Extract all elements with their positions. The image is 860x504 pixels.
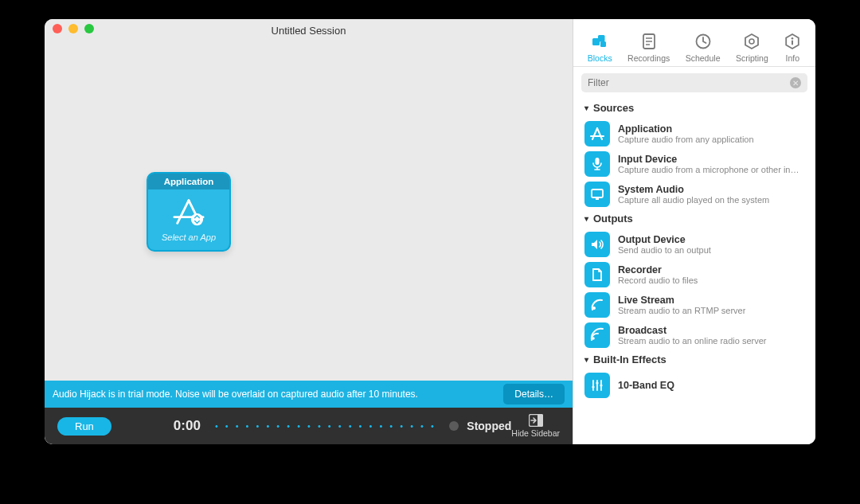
item-title: Application <box>618 123 754 135</box>
control-bar: Run 0:00 • • • • • • • • • • • • • • • •… <box>45 408 573 444</box>
equalizer-icon <box>584 373 610 398</box>
svg-point-32 <box>600 384 602 386</box>
hide-sidebar-label: Hide Sidebar <box>511 428 560 438</box>
block-body: Select an App <box>148 189 229 250</box>
filter-clear-icon[interactable]: ✕ <box>790 77 801 88</box>
sidebar-tabs: Blocks Recordings Schedule <box>573 19 815 67</box>
svg-rect-24 <box>596 198 599 200</box>
tab-schedule[interactable]: Schedule <box>686 33 721 66</box>
block-application[interactable]: Application Capture audio from any appli… <box>573 119 814 149</box>
svg-line-20 <box>597 128 602 139</box>
item-title: Live Stream <box>618 295 745 306</box>
block-10-band-eq[interactable]: 10-Band EQ <box>573 370 814 400</box>
application-block[interactable]: Application Select an <box>147 172 231 252</box>
svg-point-17 <box>792 37 794 40</box>
item-desc: Stream audio to an RTMP server <box>618 306 745 315</box>
monitor-icon <box>584 182 610 207</box>
status-text: Stopped <box>467 420 511 432</box>
titlebar: Untitled Session <box>45 19 573 41</box>
file-icon <box>584 262 610 287</box>
details-button[interactable]: Details… <box>503 384 565 404</box>
svg-marker-14 <box>745 34 758 49</box>
chevron-down-icon: ▾ <box>584 355 588 364</box>
block-subtitle: Select an App <box>148 232 229 242</box>
item-desc: Stream audio to an online radio server <box>618 336 767 346</box>
minimize-icon[interactable] <box>68 24 78 33</box>
svg-point-30 <box>592 385 594 388</box>
tab-label: Recordings <box>627 53 670 63</box>
tab-label: Scripting <box>736 53 768 63</box>
status-dot-icon <box>449 421 459 431</box>
item-desc: Record audio to files <box>618 275 698 285</box>
filter-input[interactable] <box>588 77 790 88</box>
scripting-icon <box>743 33 760 50</box>
chevron-down-icon: ▾ <box>584 214 588 223</box>
block-broadcast[interactable]: Broadcast Stream audio to an online radi… <box>573 320 814 350</box>
sidebar: Blocks Recordings Schedule <box>573 19 815 444</box>
tab-label: Blocks <box>588 53 612 63</box>
block-recorder[interactable]: Recorder Record audio to files <box>573 260 814 290</box>
maximize-icon[interactable] <box>84 24 94 33</box>
item-desc: Capture all audio played on the system <box>618 195 769 205</box>
tab-label: Info <box>785 53 799 63</box>
trial-bar: Audio Hijack is in trial mode. Noise wil… <box>45 381 573 408</box>
satellite-icon <box>584 292 610 318</box>
item-desc: Send audio to an output <box>618 245 711 255</box>
svg-rect-8 <box>600 41 606 47</box>
section-sources[interactable]: ▾ Sources <box>573 99 814 119</box>
svg-point-15 <box>749 39 754 44</box>
tab-scripting[interactable]: Scripting <box>736 33 768 66</box>
filter-field[interactable]: ✕ <box>581 73 807 92</box>
block-live-stream[interactable]: Live Stream Stream audio to an RTMP serv… <box>573 290 814 320</box>
trial-message: Audio Hijack is in trial mode. Noise wil… <box>53 389 503 400</box>
svg-point-25 <box>592 307 596 310</box>
item-desc: Capture audio from any application <box>618 135 754 144</box>
block-output-device[interactable]: Output Device Send audio to an output <box>573 229 814 260</box>
item-title: Input Device <box>618 154 801 165</box>
svg-point-31 <box>596 381 598 384</box>
svg-line-19 <box>592 128 597 139</box>
section-builtin-effects[interactable]: ▾ Built-In Effects <box>573 350 814 370</box>
section-label: Sources <box>593 102 634 114</box>
tab-blocks[interactable]: Blocks <box>588 33 612 66</box>
chevron-down-icon: ▾ <box>584 104 588 112</box>
progress-dots: • • • • • • • • • • • • • • • • • • • • … <box>215 421 435 431</box>
run-button[interactable]: Run <box>57 417 111 436</box>
speaker-icon <box>584 232 610 257</box>
svg-line-0 <box>178 201 189 224</box>
section-outputs[interactable]: ▾ Outputs <box>573 209 814 229</box>
close-icon[interactable] <box>53 24 62 33</box>
tab-recordings[interactable]: Recordings <box>627 33 670 66</box>
hide-sidebar-icon <box>529 414 543 427</box>
svg-rect-23 <box>592 189 603 197</box>
blocks-icon <box>591 33 608 50</box>
svg-rect-18 <box>792 41 793 45</box>
svg-rect-5 <box>538 415 543 427</box>
block-input-device[interactable]: Input Device Capture audio from a microp… <box>573 149 814 179</box>
section-label: Outputs <box>593 213 633 225</box>
block-header: Application <box>148 174 229 189</box>
application-icon <box>584 121 610 147</box>
blocks-scroll[interactable]: ▾ Sources Application Capture audio from… <box>573 99 815 444</box>
svg-rect-7 <box>598 35 605 42</box>
tab-label: Schedule <box>686 53 721 63</box>
traffic-lights <box>53 24 94 33</box>
block-system-audio[interactable]: System Audio Capture all audio played on… <box>573 179 814 209</box>
item-title: Broadcast <box>618 325 767 336</box>
window-title: Untitled Session <box>45 25 573 37</box>
microphone-icon <box>584 151 610 177</box>
schedule-icon <box>694 33 712 50</box>
svg-rect-22 <box>596 158 600 165</box>
svg-point-26 <box>592 337 595 340</box>
item-title: Recorder <box>618 264 698 275</box>
app-window: Untitled Session Application <box>45 19 815 444</box>
section-label: Built-In Effects <box>593 354 666 365</box>
recordings-icon <box>640 33 658 50</box>
hide-sidebar-button[interactable]: Hide Sidebar <box>511 414 560 438</box>
session-canvas[interactable]: Application Select an <box>45 41 573 381</box>
tab-info[interactable]: Info <box>784 33 801 66</box>
item-title: System Audio <box>618 184 769 195</box>
info-icon <box>784 33 801 50</box>
item-title: 10-Band EQ <box>618 380 674 391</box>
item-title: Output Device <box>618 234 711 245</box>
